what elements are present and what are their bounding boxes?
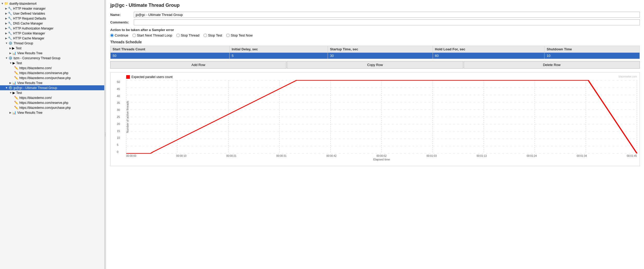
sidebar-item-http-header-manager[interactable]: ▶🔧HTTP Header manager (0, 6, 104, 11)
y-tick-5: 5 (117, 143, 120, 146)
radio-start-next-thread-loop[interactable] (132, 34, 136, 37)
expand-arrow[interactable]: ▶ (5, 32, 7, 35)
expand-arrow[interactable]: ▶ (9, 111, 11, 114)
table-row[interactable]: 505306010 (111, 53, 640, 59)
sidebar-item-http-request-defaults[interactable]: ▶🔧HTTP Request Defaults (0, 16, 104, 21)
chart-svg (126, 80, 637, 153)
action-label: Action to be taken after a Sampler error (110, 28, 640, 32)
sidebar-item-blazedemo-reserve2[interactable]: ✏️https://blazedemo.com/reserve.php (0, 100, 104, 105)
expand-arrow[interactable]: ▶ (9, 47, 11, 50)
sidebar-item-test3[interactable]: ▼▶Test (0, 90, 104, 95)
tree-item-label: HTTP Cookie Manager (13, 32, 45, 35)
tree-item-label: https://blazedemo.com/reserve.php (19, 101, 68, 105)
tree-item-label: Test (16, 91, 22, 95)
sidebar-item-view-results-tree1[interactable]: ▶📊View Results Tree (0, 51, 104, 56)
tree-item-icon: 🔧 (8, 36, 12, 40)
sidebar-item-dns-cache-manager[interactable]: ▶🔧DNS Cache Manager (0, 21, 104, 26)
expand-arrow[interactable]: ▼ (5, 57, 8, 59)
main-content: jp@gc - Ultimate Thread Group Name: Comm… (106, 0, 644, 269)
tree-item-icon: ⚙️ (8, 41, 13, 45)
expand-arrow[interactable]: ▶ (9, 81, 11, 84)
tree-item-label: bzm - Concurrency Thread Group (14, 56, 60, 60)
sidebar-item-test1[interactable]: ▶▶Test (0, 46, 104, 51)
sidebar-item-jp-ultimate-group[interactable]: ▼⚙️jp@gc - Ultimate Thread Group (0, 85, 104, 90)
tree-item-label: https://blazedemo.com/purchase.php (19, 76, 71, 80)
delete-row-button[interactable]: Delete Row (464, 61, 640, 69)
copy-row-button[interactable]: Copy Row (287, 61, 463, 69)
sidebar-item-test2[interactable]: ▼▶Test (0, 61, 104, 65)
radio-label-start-next-thread-loop: Start Next Thread Loop (137, 33, 172, 37)
sidebar-item-blazedemo-purchase2[interactable]: ✏️https://blazedemo.com/purchase.php (0, 105, 104, 110)
tree-item-label: HTTP Authorization Manager (13, 27, 54, 30)
name-input[interactable] (134, 12, 640, 18)
sidebar-item-thread-group[interactable]: ▼⚙️Thread Group (0, 41, 104, 46)
sidebar-item-blazedemo-reserve[interactable]: ✏️https://blazedemo.com/reserve.php (0, 70, 104, 75)
sidebar-item-blazedemo-purchase[interactable]: ✏️https://blazedemo.com/purchase.php (0, 75, 104, 80)
tree-item-label: View Results Tree (17, 51, 43, 55)
sidebar-item-view-results-tree3[interactable]: ▶📊View Results Tree (0, 110, 104, 115)
radio-option-start-next-thread-loop[interactable]: Start Next Thread Loop (132, 33, 172, 37)
table-header-2: Startup Time, sec (328, 46, 433, 53)
add-row-button[interactable]: Add Row (110, 61, 286, 69)
radio-option-stop-test[interactable]: Stop Test (204, 33, 222, 37)
chart-legend: Expected parallel users count (126, 75, 637, 79)
y-tick-20: 20 (117, 122, 120, 125)
tree-item-icon: 🔧 (8, 11, 12, 15)
threads-schedule-title: Threads Schedule (110, 40, 640, 44)
sidebar-item-http-cookie-manager[interactable]: ▶🔧HTTP Cookie Manager (0, 31, 104, 36)
expand-arrow[interactable]: ▶ (5, 37, 7, 40)
tree-item-icon: 📁 (4, 2, 8, 5)
legend-label: Expected parallel users count (131, 75, 172, 79)
sidebar-item-bzm-concurrency[interactable]: ▼⚙️bzm - Concurrency Thread Group (0, 56, 104, 61)
table-header-0: Start Threads Count (111, 46, 230, 53)
chart-container: blazemeter.com Expected parallel users c… (110, 72, 640, 166)
table-cell-0-4: 10 (544, 53, 640, 59)
schedule-table: Start Threads CountInitial Delay, secSta… (110, 46, 640, 59)
radio-label-continue: Continue (115, 33, 128, 37)
radio-label-stop-thread: Stop Thread (181, 33, 199, 37)
radio-option-stop-test-now[interactable]: Stop Test Now (226, 33, 253, 37)
expand-arrow[interactable]: ▼ (5, 86, 8, 89)
radio-stop-test[interactable] (204, 34, 207, 37)
sidebar-item-blazedemo1[interactable]: ✏️https://blazedemo.com/ (0, 65, 104, 70)
tree-item-icon: 🔧 (8, 26, 12, 30)
tree-item-label: Test (16, 61, 22, 65)
x-tick-6: 00:01:03 (427, 154, 437, 157)
tree-item-label: https://blazedemo.com/purchase.php (19, 106, 71, 110)
x-axis-title: Elapsed time (126, 158, 637, 161)
expand-arrow[interactable]: ▼ (9, 91, 12, 94)
radio-option-continue[interactable]: Continue (110, 33, 128, 37)
table-header-4: Shutdown Time (544, 46, 640, 53)
tree-item-icon: 🔧 (8, 16, 12, 20)
sidebar-item-view-results-tree2[interactable]: ▶📊View Results Tree (0, 80, 104, 85)
radio-stop-test-now[interactable] (226, 34, 230, 37)
y-tick-45: 45 (117, 87, 120, 91)
sidebar-item-duelify-blazedemo4[interactable]: ▼📁duelify-blazedemo4 (0, 1, 104, 6)
expand-arrow[interactable]: ▶ (9, 52, 11, 55)
table-header-3: Hold Load For, sec (433, 46, 544, 53)
expand-arrow[interactable]: ▶ (5, 22, 7, 25)
sidebar-item-user-defined-variables[interactable]: ▶🔧User Defined Variables (0, 11, 104, 16)
tree-item-icon: ▶ (13, 61, 15, 65)
expand-arrow[interactable]: ▶ (5, 7, 7, 10)
expand-arrow[interactable]: ▶ (5, 27, 7, 30)
expand-arrow[interactable]: ▼ (9, 62, 12, 64)
radio-stop-thread[interactable] (176, 34, 180, 37)
expand-arrow[interactable]: ▼ (1, 2, 4, 5)
x-tick-9: 00:01:34 (577, 154, 587, 157)
radio-continue[interactable] (110, 34, 114, 37)
tree-item-icon: ✏️ (14, 71, 18, 75)
sidebar-item-blazedemo2[interactable]: ✏️https://blazedemo.com/ (0, 95, 104, 100)
y-tick-35: 35 (117, 101, 120, 104)
comments-input[interactable] (134, 19, 640, 25)
expand-arrow[interactable]: ▼ (5, 42, 8, 45)
sidebar-item-http-cache-manager[interactable]: ▶🔧HTTP Cache Manager (0, 36, 104, 41)
sidebar-item-http-auth-manager[interactable]: ▶🔧HTTP Authorization Manager (0, 26, 104, 31)
expand-arrow[interactable]: ▶ (5, 17, 7, 20)
expand-arrow[interactable]: ▶ (5, 12, 7, 15)
radio-option-stop-thread[interactable]: Stop Thread (176, 33, 199, 37)
x-tick-5: 00:00:52 (376, 154, 387, 157)
tree-item-icon: 🔧 (8, 31, 12, 35)
watermark: blazemeter.com (618, 75, 637, 78)
tree-item-label: DNS Cache Manager (13, 22, 43, 25)
